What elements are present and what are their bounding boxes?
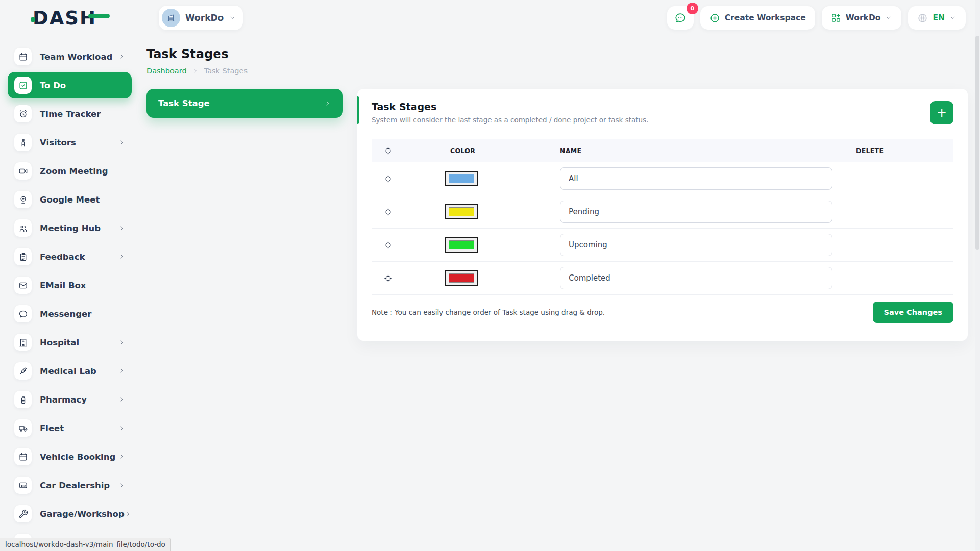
app-logo: DASH bbox=[33, 9, 110, 28]
sidebar-item-garage-workshop[interactable]: Garage/Workshop bbox=[8, 500, 132, 527]
check-square-icon bbox=[14, 77, 32, 94]
save-changes-button[interactable]: Save Changes bbox=[873, 302, 953, 323]
hospital-icon bbox=[14, 334, 32, 351]
header-actions: 0 Create Workspace WorkDo EN bbox=[667, 6, 966, 30]
stage-name-input-upcoming[interactable] bbox=[560, 234, 832, 256]
sidebar-item-label: Zoom Meeting bbox=[40, 166, 108, 176]
status-bar-url: localhost/workdo-dash-v3/main_file/todo/… bbox=[0, 538, 171, 551]
messages-button[interactable]: 0 bbox=[667, 6, 694, 30]
envelope-icon bbox=[14, 277, 32, 294]
sidebar-item-label: EMail Box bbox=[40, 281, 86, 290]
chat-bubble-icon bbox=[14, 305, 32, 322]
task-stage-nav-button[interactable]: Task Stage bbox=[146, 89, 343, 118]
truck-icon bbox=[14, 419, 32, 437]
sidebar-item-label: Car Dealership bbox=[40, 481, 110, 490]
car-icon bbox=[14, 477, 32, 494]
top-header: DASH WorkDo 0 Create Workspace WorkDo EN bbox=[0, 0, 980, 36]
scrollbar-thumb[interactable] bbox=[975, 36, 979, 250]
sidebar-item-email-box[interactable]: EMail Box bbox=[8, 272, 132, 298]
sidebar-item-google-meet[interactable]: Google Meet bbox=[8, 186, 132, 213]
sidebar-item-vehicle-booking[interactable]: Vehicle Booking bbox=[8, 443, 132, 470]
stage-row-completed bbox=[372, 262, 953, 295]
breadcrumb: Dashboard Task Stages bbox=[146, 67, 966, 75]
stage-name-input-completed[interactable] bbox=[560, 267, 832, 289]
create-workspace-button[interactable]: Create Workspace bbox=[700, 6, 815, 30]
page-title: Task Stages bbox=[146, 47, 966, 61]
sidebar-item-to-do[interactable]: To Do bbox=[8, 72, 132, 98]
sidebar-item-meeting-hub[interactable]: Meeting Hub bbox=[8, 215, 132, 241]
main-content: Task Stages Dashboard Task Stages Task S… bbox=[142, 36, 980, 341]
drag-handle[interactable] bbox=[372, 241, 438, 249]
move-icon bbox=[384, 146, 438, 155]
sidebar-item-label: Time Tracker bbox=[40, 109, 101, 119]
workspace-switcher-label: WorkDo bbox=[185, 13, 224, 23]
chevron-down-icon bbox=[229, 14, 236, 21]
alarm-clock-icon bbox=[14, 105, 32, 122]
sidebar-item-fleet[interactable]: Fleet bbox=[8, 415, 132, 441]
sidebar-item-label: Pharmacy bbox=[40, 395, 87, 405]
sidebar-item-label: Feedback bbox=[40, 252, 85, 262]
sidebar-item-feedback[interactable]: Feedback bbox=[8, 243, 132, 270]
drag-handle[interactable] bbox=[372, 208, 438, 216]
stage-color-value bbox=[449, 207, 474, 216]
color-column-header: COLOR bbox=[438, 147, 548, 155]
breadcrumb-dashboard-link[interactable]: Dashboard bbox=[146, 67, 187, 75]
language-label: EN bbox=[933, 13, 945, 22]
person-icon bbox=[14, 134, 32, 151]
stage-color-picker[interactable] bbox=[445, 237, 478, 253]
calendar-icon bbox=[14, 48, 32, 65]
drag-handle[interactable] bbox=[372, 274, 438, 283]
create-workspace-label: Create Workspace bbox=[725, 13, 806, 22]
sidebar-item-label: Hospital bbox=[40, 338, 79, 347]
stage-row-pending bbox=[372, 195, 953, 229]
task-stages-panel: Task Stages System will consider the las… bbox=[357, 89, 968, 341]
sidebar-item-zoom-meeting[interactable]: Zoom Meeting bbox=[8, 158, 132, 184]
messages-badge: 0 bbox=[687, 3, 698, 14]
sidebar-item-visitors[interactable]: Visitors bbox=[8, 129, 132, 156]
wrench-icon bbox=[14, 505, 32, 522]
sidebar-item-messenger[interactable]: Messenger bbox=[8, 300, 132, 327]
globe-icon bbox=[917, 13, 928, 23]
panel-title: Task Stages bbox=[372, 101, 648, 112]
chevron-right-icon bbox=[118, 453, 126, 460]
users-icon bbox=[14, 219, 32, 237]
stage-color-picker[interactable] bbox=[445, 204, 478, 219]
sidebar-item-label: Team Workload bbox=[40, 52, 112, 62]
plus-circle-icon bbox=[709, 13, 720, 23]
stage-name-input-pending[interactable] bbox=[560, 201, 832, 223]
stage-name-input-all[interactable] bbox=[560, 167, 832, 190]
workspace-menu-label: WorkDo bbox=[846, 13, 881, 22]
workspace-menu-button[interactable]: WorkDo bbox=[822, 6, 902, 30]
chevron-right-icon bbox=[118, 53, 126, 60]
sidebar-item-car-dealership[interactable]: Car Dealership bbox=[8, 472, 132, 498]
breadcrumb-current: Task Stages bbox=[204, 67, 248, 75]
sidebar-item-label: Garage/Workshop bbox=[40, 509, 125, 519]
stage-color-value bbox=[449, 273, 474, 283]
sidebar-item-pharmacy[interactable]: Pharmacy bbox=[8, 386, 132, 413]
sidebar-item-team-workload[interactable]: Team Workload bbox=[8, 43, 132, 70]
sidebar-item-time-tracker[interactable]: Time Tracker bbox=[8, 101, 132, 127]
language-menu-button[interactable]: EN bbox=[908, 6, 966, 30]
clipboard-icon bbox=[14, 248, 32, 265]
sidebar-item-label: To Do bbox=[40, 81, 66, 90]
drag-column-header bbox=[372, 146, 438, 155]
stage-color-picker[interactable] bbox=[445, 171, 478, 186]
stage-color-picker[interactable] bbox=[445, 270, 478, 286]
chevron-right-icon bbox=[118, 253, 126, 260]
workspace-switcher[interactable]: WorkDo bbox=[159, 6, 243, 30]
chevron-right-icon bbox=[125, 510, 132, 517]
sidebar-item-label: Fleet bbox=[40, 423, 64, 433]
add-stage-button[interactable]: + bbox=[930, 101, 953, 124]
page-scrollbar[interactable] bbox=[975, 0, 980, 551]
settings-nav: Task Stage bbox=[146, 89, 343, 118]
building-icon bbox=[166, 13, 176, 23]
stages-table: COLOR NAME DELETE bbox=[372, 139, 953, 295]
drag-drop-note: Note : You can easily change order of Ta… bbox=[372, 308, 605, 316]
sidebar-item-hospital[interactable]: Hospital bbox=[8, 329, 132, 356]
chevron-right-icon bbox=[118, 224, 126, 232]
panel-subtitle: System will consider the last stage as a… bbox=[372, 116, 648, 124]
sidebar-item-medical-lab[interactable]: Medical Lab bbox=[8, 358, 132, 384]
drag-handle[interactable] bbox=[372, 174, 438, 183]
chevron-down-icon bbox=[885, 14, 892, 21]
delete-column-header: DELETE bbox=[844, 147, 953, 155]
